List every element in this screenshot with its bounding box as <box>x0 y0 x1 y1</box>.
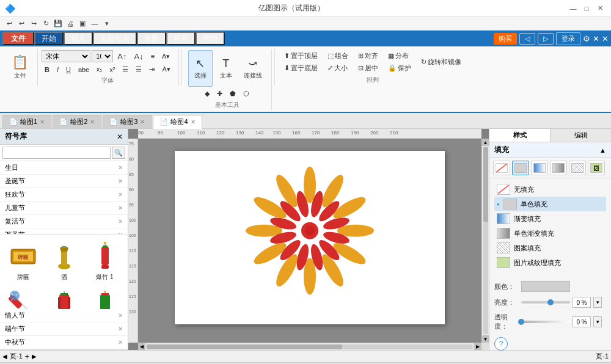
font-color-dropdown[interactable]: A▾ <box>159 51 173 62</box>
library-item-dragonboat[interactable]: 端午节 ✕ <box>0 322 128 336</box>
text-button[interactable]: T 文本 <box>214 50 238 87</box>
tab-close2[interactable]: ✕ <box>90 118 95 125</box>
tab-close3[interactable]: ✕ <box>140 118 145 125</box>
fill-icon-none[interactable] <box>493 161 510 175</box>
menu-insert[interactable]: 插入 <box>64 32 93 45</box>
fill-option-mono-gradient[interactable]: 单色渐变填充 <box>494 226 606 241</box>
item-close-dragonboat[interactable]: ✕ <box>118 326 123 332</box>
maximize-button[interactable]: □ <box>580 2 593 15</box>
symbol-plaque[interactable]: 牌匾 牌匾 <box>4 238 42 285</box>
fill-option-gradient[interactable]: 渐变填充 <box>494 211 606 226</box>
tab-close4[interactable]: ✕ <box>191 118 196 125</box>
publish-button[interactable]: ▷ <box>538 33 554 45</box>
v-scroll-up[interactable]: ▲ <box>482 139 489 146</box>
font-shrink-button[interactable]: A↓ <box>131 51 146 62</box>
bottom-layer-button[interactable]: ⬇ 置于底层 <box>281 62 321 74</box>
menu-close-button[interactable]: ✕ <box>602 34 609 43</box>
superscript-button[interactable]: x² <box>106 65 118 75</box>
symbol-firecracker1[interactable]: 爆竹 1 <box>86 238 124 285</box>
close-button[interactable]: ✕ <box>594 2 606 15</box>
undo2-button[interactable]: ↩ <box>16 18 27 29</box>
list2-button[interactable]: ☰ <box>133 64 145 75</box>
library-item-christmas[interactable]: 圣诞节 ✕ <box>0 175 128 188</box>
library-item-midautumn[interactable]: 中秋节 ✕ <box>0 336 128 349</box>
connect-button[interactable]: ⤻ 连接线 <box>240 50 266 87</box>
transparency-value-input[interactable] <box>573 316 591 327</box>
indent-button[interactable]: ⇥ <box>146 64 158 75</box>
bold-button[interactable]: B <box>42 65 53 75</box>
italic-button[interactable]: I <box>54 65 62 75</box>
group-button[interactable]: ⬚ 组合 <box>324 50 351 62</box>
tab-style[interactable]: 样式 <box>489 129 551 142</box>
distribute-button[interactable]: ▦ 分布 <box>385 50 414 62</box>
library-close-button[interactable]: ✕ <box>117 133 123 141</box>
library-item-carnival[interactable]: 狂欢节 ✕ <box>0 188 128 202</box>
fill-collapse[interactable]: ▲ <box>599 147 606 154</box>
shape-btn2[interactable]: ✚ <box>214 89 225 99</box>
size-button[interactable]: ⤢ 大小 <box>324 62 351 74</box>
save-qt-button[interactable]: 💾 <box>53 18 64 29</box>
canvas-inner[interactable] <box>138 139 481 343</box>
text-align-button[interactable]: ≡ <box>148 51 158 61</box>
menu-file[interactable]: 文件 <box>2 32 34 45</box>
tab-close1[interactable]: ✕ <box>40 118 45 125</box>
tab-drawing1[interactable]: 📄 绘图1 ✕ <box>2 115 51 128</box>
list-button[interactable]: ☰ <box>119 64 131 75</box>
fill-option-solid[interactable]: ● 单色填充 <box>494 197 606 211</box>
buy-button[interactable]: 购买 <box>494 33 517 45</box>
minimize-button[interactable]: — <box>567 2 579 15</box>
fill-icon-mono-gradient[interactable] <box>550 161 567 175</box>
fill-icon-solid[interactable] <box>512 161 529 175</box>
tab-drawing4[interactable]: 📄 绘图4 ✕ <box>153 115 202 129</box>
item-close-midautumn[interactable]: ✕ <box>118 339 123 346</box>
strikethrough-button[interactable]: abc <box>75 65 92 75</box>
fill-icon-image[interactable]: 🖼 <box>588 161 605 175</box>
add-page-button[interactable]: + <box>25 352 29 361</box>
library-item-halloween[interactable]: 万圣节 ✕ <box>0 228 128 235</box>
share-button[interactable]: ◁ <box>519 33 535 45</box>
protect-button[interactable]: 🔒 保护 <box>385 62 414 74</box>
select-button[interactable]: ↖ 选择 <box>188 50 213 87</box>
align-button[interactable]: ⊞ 对齐 <box>355 50 381 62</box>
search-input[interactable] <box>2 147 111 159</box>
fill-option-image[interactable]: 图片或纹理填充 <box>494 255 606 270</box>
settings-button[interactable]: ⚙ <box>583 34 590 43</box>
library-item-easter[interactable]: 复活节 ✕ <box>0 215 128 228</box>
item-close-birthday[interactable]: ✕ <box>118 164 123 171</box>
menu-symbol[interactable]: 符号 <box>166 32 196 45</box>
subscript-button[interactable]: x₁ <box>93 64 106 75</box>
tab-drawing3[interactable]: 📄 绘图3 ✕ <box>103 115 152 128</box>
fill-color-box[interactable] <box>521 281 570 292</box>
item-close-valentine[interactable]: ✕ <box>118 312 123 319</box>
library-item-birthday[interactable]: 生日 ✕ <box>0 161 128 175</box>
rotate-button[interactable]: ↻ 旋转和镜像 <box>418 56 464 68</box>
firework-graphic[interactable] <box>236 161 383 309</box>
fill-icon-pattern[interactable] <box>569 161 586 175</box>
v-scroll-down[interactable]: ▼ <box>482 335 489 343</box>
shape-btn4[interactable]: ⬡ <box>240 89 252 99</box>
shape-btn1[interactable]: ◆ <box>202 89 213 99</box>
text-style-button[interactable]: A▾ <box>159 64 173 75</box>
fill-option-pattern[interactable]: 图案填充 <box>494 241 606 255</box>
underline-button[interactable]: U <box>63 65 74 75</box>
symbol-wine[interactable]: 酒 <box>45 238 83 285</box>
redo-button[interactable]: ↪ <box>28 18 39 29</box>
help-button[interactable]: ? <box>494 337 508 351</box>
brightness-dropdown[interactable]: ▾ <box>593 297 602 308</box>
symbol-firecracker2[interactable]: 爆竹 2 <box>4 287 42 309</box>
transparency-slider[interactable] <box>521 321 570 323</box>
symbol-firecracker4[interactable]: 爆竹 4 <box>86 287 124 309</box>
tab-edit[interactable]: 编辑 <box>551 129 611 142</box>
symbol-firecracker3[interactable]: 爆竹 3 <box>45 287 83 309</box>
item-close-christmas[interactable]: ✕ <box>118 178 123 184</box>
item-close-childrens[interactable]: ✕ <box>118 205 123 211</box>
menu-layout[interactable]: 页面布局 <box>93 32 137 45</box>
fill-option-none[interactable]: 无填充 <box>494 182 606 197</box>
item-close-carnival[interactable]: ✕ <box>118 191 123 198</box>
print-button[interactable]: 🖨 <box>65 18 76 29</box>
dropdown-button[interactable]: ▾ <box>101 18 112 29</box>
login-button[interactable]: 登录 <box>556 32 580 45</box>
font-grow-button[interactable]: A↑ <box>114 51 130 62</box>
font-family-select[interactable]: 宋体 <box>42 50 90 62</box>
search-button[interactable]: 🔍 <box>112 147 125 159</box>
